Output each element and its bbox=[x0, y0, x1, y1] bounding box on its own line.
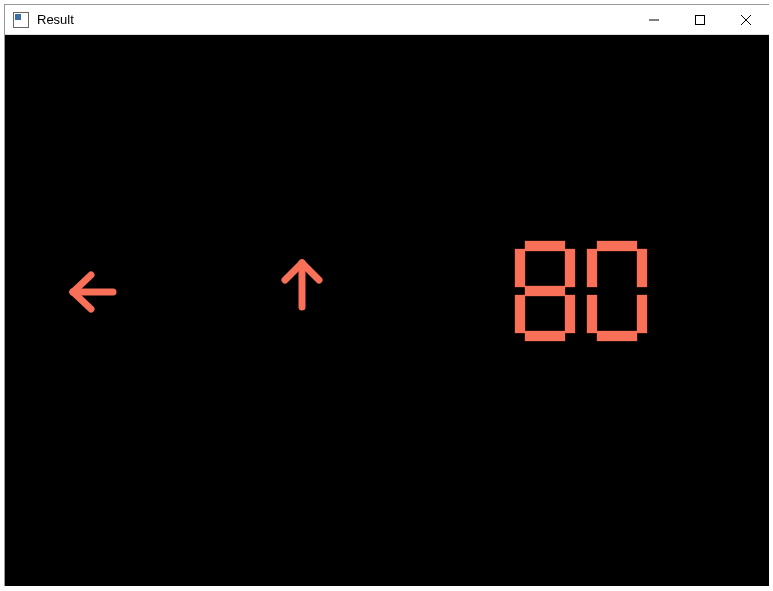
arrow-left-icon bbox=[65, 267, 121, 317]
digit-0 bbox=[587, 241, 647, 341]
seven-segment-display bbox=[515, 241, 647, 341]
minimize-button[interactable] bbox=[631, 5, 677, 35]
image-content bbox=[5, 35, 769, 586]
window-controls bbox=[631, 5, 769, 34]
result-window: Result bbox=[4, 4, 769, 586]
close-icon bbox=[741, 15, 751, 25]
arrow-up-icon bbox=[277, 253, 327, 313]
close-button[interactable] bbox=[723, 5, 769, 35]
minimize-icon bbox=[649, 15, 659, 25]
maximize-button[interactable] bbox=[677, 5, 723, 35]
window-title: Result bbox=[37, 12, 74, 27]
app-icon bbox=[13, 12, 29, 28]
maximize-icon bbox=[695, 15, 705, 25]
svg-rect-1 bbox=[696, 16, 705, 25]
titlebar[interactable]: Result bbox=[5, 5, 769, 35]
digit-8 bbox=[515, 241, 575, 341]
